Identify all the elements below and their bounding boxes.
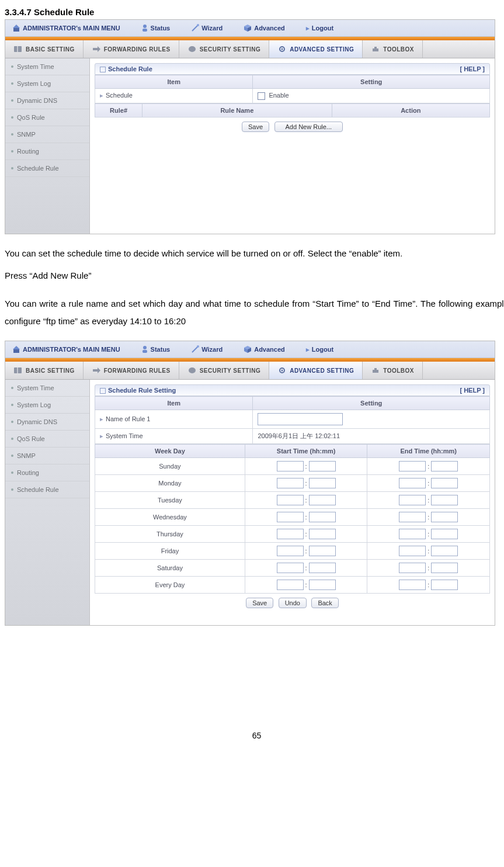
end-hh-input[interactable] <box>399 495 426 505</box>
help-link[interactable]: [ HELP ] <box>460 65 485 72</box>
tab-basic-setting-2[interactable]: BASIC SETTING <box>5 362 84 379</box>
add-new-rule-button[interactable]: Add New Rule... <box>274 122 343 132</box>
end-mm-input[interactable] <box>431 478 458 488</box>
end-hh-input[interactable] <box>399 512 426 522</box>
main-menu-wizard-2[interactable]: Wizard <box>180 341 233 358</box>
tab-advanced-setting-2[interactable]: ADVANCED SETTING <box>269 362 363 379</box>
start-mm-input[interactable] <box>309 546 336 556</box>
save-button[interactable]: Save <box>242 122 269 132</box>
back-button[interactable]: Back <box>311 598 338 608</box>
start-hh-input[interactable] <box>277 478 304 488</box>
weekday-label: Every Day <box>95 577 245 594</box>
tab-forwarding-rules[interactable]: FORWARDING RULES <box>84 40 179 58</box>
end-mm-input[interactable] <box>431 512 458 522</box>
end-hh-input[interactable] <box>399 478 426 488</box>
end-hh-input[interactable] <box>399 546 426 556</box>
sidebar-item-qos-rule[interactable]: QoS Rule <box>5 109 89 126</box>
panel-title-bar: Schedule Rule [ HELP ] <box>95 63 490 75</box>
start-mm-input[interactable] <box>309 529 336 539</box>
sidebar-item-schedule-rule-2[interactable]: Schedule Rule <box>5 481 89 498</box>
tab-advanced-setting[interactable]: ADVANCED SETTING <box>269 40 363 58</box>
sidebar-item-schedule-rule[interactable]: Schedule Rule <box>5 160 89 177</box>
button-row-2: Save Undo Back <box>95 594 490 614</box>
end-hh-input[interactable] <box>399 529 426 539</box>
sidebar-item-snmp-2[interactable]: SNMP <box>5 448 89 464</box>
start-hh-input[interactable] <box>277 563 304 573</box>
start-hh-input[interactable] <box>277 580 304 590</box>
start-mm-input[interactable] <box>309 478 336 488</box>
end-time-cell: : <box>367 560 490 577</box>
end-mm-input[interactable] <box>431 580 458 590</box>
home-icon <box>12 24 20 32</box>
shield-icon <box>187 366 197 374</box>
undo-button[interactable]: Undo <box>279 598 307 608</box>
main-menu-logout[interactable]: ▸ Logout <box>296 20 344 36</box>
svg-point-21 <box>197 345 199 348</box>
tab-basic-setting[interactable]: BASIC SETTING <box>5 40 84 58</box>
start-mm-input[interactable] <box>309 495 336 505</box>
svg-marker-17 <box>13 346 20 349</box>
save-button-2[interactable]: Save <box>246 598 273 608</box>
end-mm-input[interactable] <box>431 563 458 573</box>
sidebar-item-system-time-2[interactable]: System Time <box>5 380 89 397</box>
doc-para-2: Press “Add New Rule” <box>5 267 504 285</box>
end-mm-input[interactable] <box>431 461 458 471</box>
start-hh-input[interactable] <box>277 546 304 556</box>
rule-name-input[interactable] <box>258 413 343 425</box>
arrows-icon <box>92 366 101 374</box>
main-menu-status-2[interactable]: Status <box>131 341 181 358</box>
sidebar-item-system-time[interactable]: System Time <box>5 58 89 75</box>
start-hh-input[interactable] <box>277 512 304 522</box>
tab-forwarding-rules-2[interactable]: FORWARDING RULES <box>84 362 179 379</box>
svg-rect-3 <box>142 29 147 32</box>
tabs-bar-2: BASIC SETTING FORWARDING RULES SECURITY … <box>5 362 495 380</box>
main-menu-title: ADMINISTRATOR's MAIN MENU <box>10 20 131 36</box>
row-name-label: ▸Name of Rule 1 <box>95 410 253 429</box>
sidebar-item-qos-rule-2[interactable]: QoS Rule <box>5 431 89 448</box>
end-hh-input[interactable] <box>399 563 426 573</box>
enable-checkbox[interactable] <box>258 92 265 100</box>
sidebar-item-dynamic-dns-2[interactable]: Dynamic DNS <box>5 414 89 431</box>
weekday-label: Thursday <box>95 526 245 543</box>
tab-toolbox-2[interactable]: TOOLBOX <box>363 362 423 379</box>
sidebar-item-routing[interactable]: Routing <box>5 143 89 160</box>
svg-point-29 <box>281 370 283 372</box>
start-mm-input[interactable] <box>309 512 336 522</box>
start-mm-input[interactable] <box>309 563 336 573</box>
start-mm-input[interactable] <box>309 461 336 471</box>
start-time-cell: : <box>245 475 367 492</box>
start-hh-input[interactable] <box>277 529 304 539</box>
sidebar-item-snmp[interactable]: SNMP <box>5 126 89 143</box>
person-icon <box>141 345 148 353</box>
end-mm-input[interactable] <box>431 546 458 556</box>
sidebar-item-dynamic-dns[interactable]: Dynamic DNS <box>5 92 89 109</box>
cube-icon <box>244 345 252 353</box>
end-time-cell: : <box>367 475 490 492</box>
main-menu-logout-2[interactable]: ▸ Logout <box>296 341 344 358</box>
sidebar-item-system-log-2[interactable]: System Log <box>5 397 89 414</box>
tab-toolbox[interactable]: TOOLBOX <box>363 40 423 58</box>
start-hh-input[interactable] <box>277 495 304 505</box>
help-link-2[interactable]: [ HELP ] <box>460 387 485 394</box>
start-mm-input[interactable] <box>309 580 336 590</box>
end-hh-input[interactable] <box>399 580 426 590</box>
end-mm-input[interactable] <box>431 529 458 539</box>
weekday-row: Monday:: <box>95 475 490 492</box>
tab-security-setting[interactable]: SECURITY SETTING <box>179 40 270 58</box>
row-schedule-setting: Enable <box>253 89 490 103</box>
sidebar-item-routing-2[interactable]: Routing <box>5 464 89 481</box>
weekday-row: Friday:: <box>95 543 490 560</box>
svg-point-11 <box>189 46 196 52</box>
main-menu-wizard[interactable]: Wizard <box>180 20 233 36</box>
main-menu-advanced-2[interactable]: Advanced <box>233 341 296 358</box>
start-hh-input[interactable] <box>277 461 304 471</box>
svg-marker-1 <box>13 25 20 28</box>
end-mm-input[interactable] <box>431 495 458 505</box>
sidebar-item-system-log[interactable]: System Log <box>5 75 89 92</box>
main-menu-advanced[interactable]: Advanced <box>233 20 296 36</box>
end-hh-input[interactable] <box>399 461 426 471</box>
weekday-row: Saturday:: <box>95 560 490 577</box>
tab-security-setting-2[interactable]: SECURITY SETTING <box>179 362 270 379</box>
main-menu-status[interactable]: Status <box>131 20 181 36</box>
svg-rect-16 <box>13 349 19 353</box>
